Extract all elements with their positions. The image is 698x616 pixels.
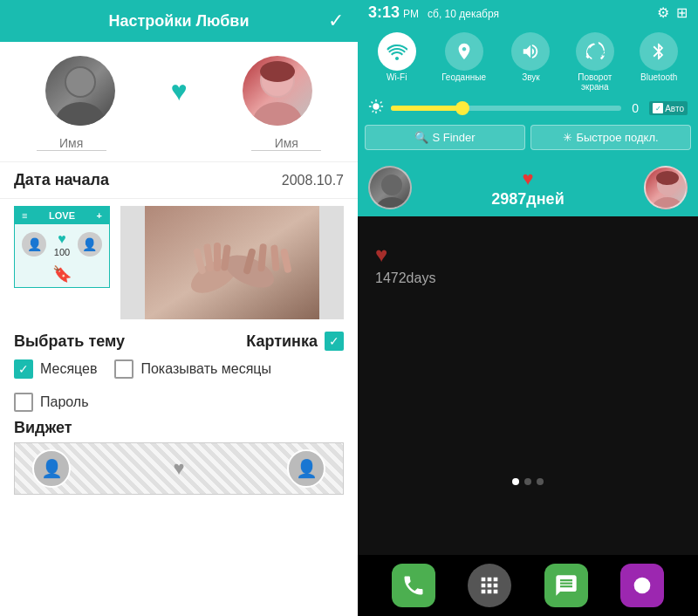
quick-connect-button[interactable]: ✳ Быстрое подкл.: [530, 125, 691, 150]
qs-buttons-row: 🔍 S Finder ✳ Быстрое подкл.: [365, 125, 691, 150]
svg-point-6: [260, 61, 295, 82]
widget-avatar-left: 👤: [22, 232, 46, 257]
svg-point-1: [56, 102, 105, 126]
hands-image: [120, 206, 344, 319]
months-checkbox[interactable]: ✓: [14, 359, 33, 379]
widget-preview: 👤 ♥ 👤: [14, 442, 344, 495]
dot-3[interactable]: [537, 478, 544, 485]
dot-1[interactable]: [512, 478, 519, 485]
left-avatar-img: [370, 168, 412, 209]
brightness-thumb: [455, 101, 469, 115]
widget-card-heart-icon: ♥: [522, 168, 533, 190]
svg-point-4: [253, 102, 302, 126]
months-checkbox-row: ✓ Месяцев: [14, 359, 97, 379]
search-icon: 🔍: [414, 131, 428, 144]
qs-sound[interactable]: Звук: [511, 32, 550, 92]
right-avatar-img: [646, 168, 688, 209]
status-period: PM: [403, 8, 419, 20]
quick-connect-label: Быстрое подкл.: [576, 131, 658, 144]
brightness-icon: [368, 99, 384, 118]
sfinder-button[interactable]: 🔍 S Finder: [365, 125, 525, 150]
widget-section-label: Виджет: [14, 419, 344, 437]
sound-label: Звук: [522, 72, 540, 82]
dock-camera-icon[interactable]: [620, 564, 664, 607]
widget-avatar-right: 👤: [78, 232, 102, 257]
dark-heart-icon: ♥: [375, 243, 387, 267]
qs-rotate[interactable]: Поворотэкрана: [576, 32, 614, 92]
dark-area: ♥ 1472days: [358, 216, 698, 555]
show-months-label: Показывать месяцы: [140, 361, 271, 377]
picture-checkbox[interactable]: ✓: [325, 332, 344, 351]
widget-card-avatar-left: [368, 166, 412, 209]
widget-heart-icon: ♥: [58, 231, 66, 247]
wifi-icon: [387, 41, 407, 62]
svg-point-21: [652, 197, 683, 209]
bluetooth-label: Bluetooth: [640, 72, 677, 82]
password-label: Пароль: [40, 394, 89, 410]
camera-icon: [630, 573, 654, 598]
widget-preview-avatar-right: 👤: [287, 449, 325, 488]
theme-picture-row: Выбрать тему Картинка ✓: [14, 332, 344, 351]
dot-2[interactable]: [524, 478, 531, 485]
brightness-row: 0 ✓ Авто: [365, 99, 691, 118]
bottom-dock: [358, 555, 698, 616]
sound-icon-circle: [511, 32, 550, 71]
auto-label: Авто: [665, 104, 684, 113]
widget-heart-count: ♥ 100: [54, 231, 70, 257]
avatar-right[interactable]: [243, 56, 312, 126]
left-name-item: [37, 136, 106, 151]
location-icon: [455, 42, 474, 61]
show-months-checkbox-row: Показывать месяцы: [114, 359, 271, 379]
svg-point-23: [634, 578, 651, 594]
date-value[interactable]: 2008.10.7: [282, 173, 344, 188]
apps-icon: [477, 573, 502, 598]
svg-point-18: [381, 175, 402, 195]
left-panel: Настройки Любви ✓ ♥: [0, 0, 358, 616]
auto-box[interactable]: ✓ Авто: [649, 101, 688, 115]
auto-check-icon: ✓: [653, 103, 663, 113]
widget-add-icon[interactable]: +: [97, 210, 102, 221]
page-dots: [512, 478, 544, 485]
show-months-checkbox[interactable]: [114, 359, 133, 379]
checkboxes-row: ✓ Месяцев Показывать месяцы: [14, 359, 344, 386]
wifi-label: Wi-Fi: [387, 72, 407, 82]
rotate-icon-circle: [576, 32, 614, 71]
status-time: 3:13: [368, 3, 400, 22]
dock-apps-icon[interactable]: [468, 564, 511, 607]
left-name-input[interactable]: [37, 136, 106, 151]
password-checkbox[interactable]: [14, 393, 33, 412]
dock-phone-icon[interactable]: [392, 564, 435, 607]
qs-wifi[interactable]: Wi-Fi: [378, 32, 416, 92]
grid-icon[interactable]: ⊞: [676, 4, 688, 21]
qs-bluetooth[interactable]: Bluetooth: [640, 32, 678, 92]
confirm-button[interactable]: ✓: [328, 10, 344, 32]
page-title: Настройки Любви: [109, 12, 250, 31]
widget-card-days: 2987дней: [491, 190, 564, 209]
date-label: Дата начала: [14, 171, 109, 189]
phone-icon: [401, 573, 426, 598]
connect-icon: ✳: [563, 131, 572, 144]
gear-icon[interactable]: ⚙: [657, 4, 669, 21]
widget-menu-icon: ≡: [22, 210, 27, 221]
avatar-left[interactable]: [45, 56, 115, 126]
dock-message-icon[interactable]: [544, 564, 588, 607]
date-row: Дата начала 2008.10.7: [0, 161, 358, 199]
sfinder-label: S Finder: [432, 131, 475, 144]
qs-geodata[interactable]: Геоданные: [441, 32, 486, 92]
photo-widget-box[interactable]: [120, 206, 344, 319]
picture-label: Картинка: [246, 332, 318, 351]
rotate-icon: [585, 42, 605, 61]
status-icons: ⚙ ⊞: [657, 4, 688, 21]
password-checkbox-row: Пароль: [14, 393, 344, 412]
love-widget-box: ≡ LOVE + 👤 ♥ 100 👤 🔖: [14, 206, 110, 288]
svg-point-22: [656, 171, 679, 185]
widget-love-label: LOVE: [49, 210, 75, 221]
right-name-input[interactable]: [251, 136, 321, 151]
widget-preview-avatar-left: 👤: [32, 449, 71, 488]
message-icon: [554, 573, 578, 598]
status-bar: 3:13 PM сб, 10 декабря ⚙ ⊞: [358, 0, 698, 25]
brightness-slider[interactable]: [391, 106, 621, 111]
svg-point-19: [376, 197, 407, 209]
widget-card-avatar-right: [644, 166, 688, 209]
widget-count: 100: [54, 247, 70, 257]
